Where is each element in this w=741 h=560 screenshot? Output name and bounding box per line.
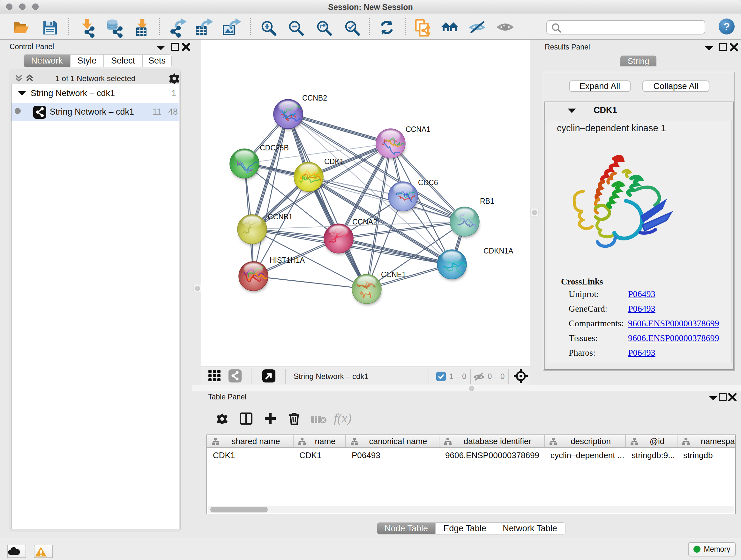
svg-text:CDC6: CDC6 [418, 179, 438, 187]
svg-text:CCNA2: CCNA2 [352, 218, 377, 226]
svg-text:CDK1: CDK1 [324, 158, 344, 166]
svg-text:CCNB2: CCNB2 [302, 94, 327, 102]
svg-text:CCNE1: CCNE1 [381, 270, 406, 279]
svg-text:CCNA1: CCNA1 [406, 125, 430, 133]
svg-text:HIST1H1A: HIST1H1A [270, 256, 305, 264]
svg-text:CDKN1A: CDKN1A [483, 247, 514, 255]
svg-text:CDC25B: CDC25B [260, 144, 289, 152]
svg-text:RB1: RB1 [480, 197, 494, 205]
svg-text:CCNB1: CCNB1 [268, 212, 293, 221]
